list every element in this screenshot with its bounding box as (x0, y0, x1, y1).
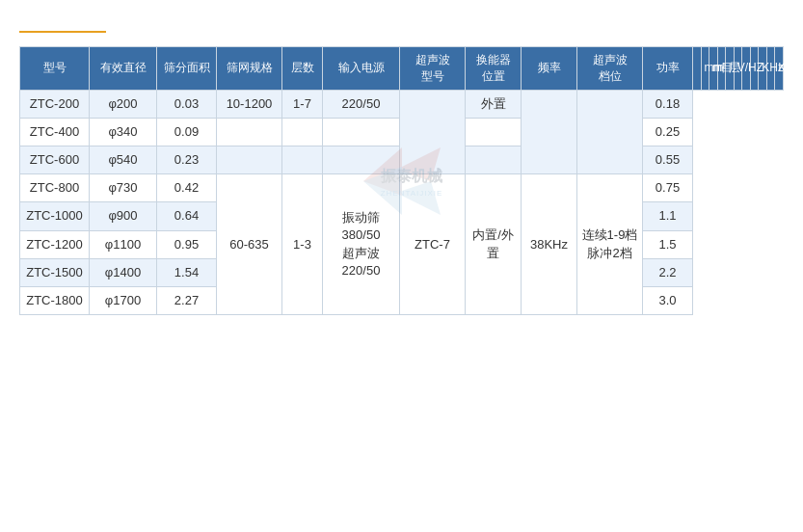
th-level: 超声波档位 (577, 47, 643, 91)
cell-area: 2.27 (157, 286, 217, 314)
cell-watt: 1.1 (643, 202, 693, 230)
cell-mesh: 10-1200 (217, 90, 282, 118)
cell-model: ZTC-800 (20, 174, 90, 202)
cell-trans-model-top (400, 90, 466, 174)
cell-watt: 0.18 (643, 90, 693, 118)
cell-level-top (577, 90, 643, 174)
cell-model: ZTC-1800 (20, 286, 90, 314)
table-row: ZTC-800φ7300.4260-6351-3振动筛380/50超声波220/… (20, 174, 784, 202)
cell-layer (282, 118, 323, 146)
cell-power-input (323, 146, 400, 173)
cell-diam: φ340 (90, 118, 157, 146)
cell-diam: φ1100 (90, 230, 157, 258)
cell-level-group: 连续1-9档脉冲2档 (577, 174, 643, 315)
cell-model: ZTC-1200 (20, 230, 90, 258)
th-watt: 功率 (643, 47, 693, 91)
cell-area: 0.09 (157, 118, 217, 146)
cell-trans-pos: 外置 (466, 90, 522, 118)
cell-diam: φ200 (90, 90, 157, 118)
cell-trans-pos (466, 146, 522, 173)
cell-model: ZTC-1500 (20, 258, 90, 286)
th-diam: 有效直径 (90, 47, 157, 91)
cell-area: 0.23 (157, 146, 217, 173)
th-area: 筛分面积 (157, 47, 217, 91)
cell-model: ZTC-1000 (20, 202, 90, 230)
table-body: ZTC-200φ2000.0310-12001-7220/50外置0.18ZTC… (20, 90, 784, 315)
cell-layer (282, 146, 323, 173)
cell-diam: φ1400 (90, 258, 157, 286)
cell-layer: 1-7 (282, 90, 323, 118)
cell-watt: 0.75 (643, 174, 693, 202)
cell-watt: 3.0 (643, 286, 693, 314)
cell-power-input: 220/50 (323, 90, 400, 118)
table-row: ZTC-200φ2000.0310-12001-7220/50外置0.18 (20, 90, 784, 118)
cell-diam: φ540 (90, 146, 157, 173)
cell-trans-pos-group: 内置/外置 (466, 174, 522, 315)
table-container: 振泰机械 ZHENTAIJIXIE 型号 有效直径 (19, 46, 784, 315)
cell-power-input (323, 118, 400, 146)
th-power-input: 输入电源 (323, 47, 400, 91)
cell-area: 0.03 (157, 90, 217, 118)
th-layer: 层数 (282, 47, 323, 91)
cell-freq-top (522, 90, 577, 174)
cell-area: 0.95 (157, 230, 217, 258)
cell-mesh (217, 118, 282, 146)
unit-diam: mm (701, 47, 709, 91)
cell-mesh-group: 60-635 (217, 174, 282, 315)
cell-watt: 2.2 (643, 258, 693, 286)
params-table: 型号 有效直径 筛分面积 筛网规格 层数 输入电源 超声波型号 换能器位置 频率… (19, 46, 784, 315)
cell-area: 1.54 (157, 258, 217, 286)
cell-area: 0.42 (157, 174, 217, 202)
cell-model: ZTC-400 (20, 118, 90, 146)
cell-trans-pos (466, 118, 522, 146)
page-wrapper: 振泰机械 ZHENTAIJIXIE 型号 有效直径 (0, 0, 803, 532)
th-trans-model: 超声波型号 (400, 47, 466, 91)
cell-watt: 0.25 (643, 118, 693, 146)
cell-model: ZTC-200 (20, 90, 90, 118)
table-head: 型号 有效直径 筛分面积 筛网规格 层数 输入电源 超声波型号 换能器位置 频率… (20, 47, 784, 91)
th-mesh: 筛网规格 (217, 47, 282, 91)
cell-mesh (217, 146, 282, 173)
cell-layer-group: 1-3 (282, 174, 323, 315)
cell-model: ZTC-600 (20, 146, 90, 173)
unit-model (693, 47, 702, 91)
cell-freq-group: 38KHz (522, 174, 577, 315)
cell-power-input-group: 振动筛380/50超声波220/50 (323, 174, 400, 315)
cell-watt: 0.55 (643, 146, 693, 173)
cell-area: 0.64 (157, 202, 217, 230)
cell-diam: φ1700 (90, 286, 157, 314)
cell-diam: φ900 (90, 202, 157, 230)
cell-trans-model-group: ZTC-7 (400, 174, 466, 315)
th-freq: 频率 (522, 47, 577, 91)
title-underline (19, 31, 106, 33)
th-trans-pos: 换能器位置 (466, 47, 522, 91)
cell-diam: φ730 (90, 174, 157, 202)
th-model: 型号 (20, 47, 90, 91)
cell-watt: 1.5 (643, 230, 693, 258)
